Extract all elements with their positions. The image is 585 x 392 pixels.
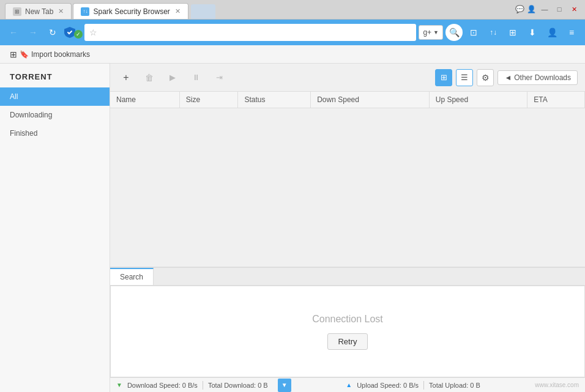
download-button[interactable]: ⬇	[524, 24, 541, 41]
close-button[interactable]: ✕	[568, 3, 580, 15]
status-bar: ▼ Download Speed: 0 B/s Total Download: …	[110, 377, 585, 392]
newtab-close[interactable]: ✕	[58, 7, 64, 15]
play-torrent-button[interactable]: ▶	[164, 69, 181, 86]
pause-torrent-button[interactable]: ⏸	[187, 69, 204, 86]
nav-bar: ← → ↻ ✓ ☆ g+ ▼ 🔍 ⊡ ↑↓ ⊞ ⬇ 👤 ≡	[0, 20, 585, 45]
torrent-table-container: Name Size Status Down Speed Up Speed ETA	[110, 92, 585, 267]
refresh-button[interactable]: ↻	[44, 24, 61, 41]
google-button[interactable]: g+ ▼	[419, 25, 443, 40]
sidebar-item-all[interactable]: All	[0, 87, 110, 106]
other-downloads-button[interactable]: ◄ Other Downloads	[497, 70, 578, 85]
settings-button[interactable]: ⚙	[477, 69, 494, 86]
sidebar-finished-label: Finished	[10, 129, 37, 138]
bookmarks-bar: ⊞ 🔖 Import bookmarks	[0, 45, 585, 64]
spark-tab-label: Spark Security Browser	[93, 7, 170, 16]
upload-speed-item: Upload Speed: 0 B/s	[352, 382, 423, 389]
sidebar-item-finished[interactable]: Finished	[0, 124, 110, 142]
torrent-table: Name Size Status Down Speed Up Speed ETA	[110, 92, 585, 108]
forward-button[interactable]: →	[24, 24, 42, 41]
apps-icon: ⊞	[10, 50, 17, 59]
down-arrow-icon: ▼	[116, 382, 122, 388]
detail-view-button[interactable]: ☰	[456, 69, 473, 86]
bookmark-icon: 🔖	[20, 50, 29, 59]
chat-icon: 💬	[515, 5, 524, 13]
torrent-toolbar: + 🗑 ▶ ⏸ ⇥ ⊞ ☰ ⚙ ◄ Other Downloads	[110, 64, 585, 92]
total-download-label: Total Download: 0 B	[208, 382, 268, 389]
newtab-icon: ⊞	[13, 7, 21, 16]
sidebar-title: TORRENT	[0, 64, 110, 87]
shield-badge: ✓	[64, 24, 82, 41]
google-label: g+	[423, 28, 431, 37]
watermark: www.xitase.com	[535, 382, 579, 388]
toolbar-right: ⊞ ☰ ⚙ ◄ Other Downloads	[435, 69, 578, 86]
other-downloads-arrow: ◄	[504, 73, 512, 82]
search-tabs: Search	[110, 268, 585, 286]
connection-lost-area: Connection Lost Retry	[110, 286, 585, 377]
spark-tab-icon: ↑↓	[81, 7, 89, 16]
status-right: ▲ Upload Speed: 0 B/s Total Upload: 0 B	[346, 381, 485, 390]
import-bookmarks-label: Import bookmarks	[31, 50, 90, 59]
download-speed-item: Download Speed: 0 B/s	[122, 382, 203, 389]
download-speed-label: Download Speed: 0 B/s	[127, 382, 198, 389]
star-icon[interactable]: ☆	[89, 28, 97, 37]
nav-right-icons: ⊡ ↑↓ ⊞ ⬇ 👤 ≡	[465, 24, 580, 41]
google-dropdown-icon: ▼	[433, 29, 439, 35]
col-eta[interactable]: ETA	[527, 92, 585, 108]
upload-speed-label: Upload Speed: 0 B/s	[357, 382, 419, 389]
add-torrent-button[interactable]: +	[117, 69, 135, 86]
cast-button[interactable]: ⊡	[465, 24, 482, 41]
move-torrent-button[interactable]: ⇥	[211, 69, 228, 86]
maximize-button[interactable]: □	[553, 3, 565, 15]
retry-button[interactable]: Retry	[327, 333, 367, 350]
sidebar: TORRENT All Downloading Finished	[0, 64, 110, 392]
col-name[interactable]: Name	[110, 92, 179, 108]
minimize-button[interactable]: —	[538, 3, 551, 15]
list-view-button[interactable]: ⊞	[435, 69, 452, 86]
tab-newtab[interactable]: ⊞ New Tab ✕	[5, 3, 72, 19]
search-tab-label: Search	[120, 273, 143, 281]
newtab-label: New Tab	[25, 7, 53, 16]
col-status[interactable]: Status	[238, 92, 311, 108]
account-button[interactable]: 👤	[543, 24, 561, 41]
right-panel: + 🗑 ▶ ⏸ ⇥ ⊞ ☰ ⚙ ◄ Other Downloads Name	[110, 64, 585, 392]
import-bookmarks-item[interactable]: ⊞ 🔖 Import bookmarks	[5, 48, 95, 61]
total-upload-item: Total Upload: 0 B	[424, 382, 485, 389]
torrent-nav-button[interactable]: ↑↓	[485, 24, 502, 41]
screen-button[interactable]: ⊞	[504, 24, 521, 41]
search-tab[interactable]: Search	[110, 268, 154, 285]
delete-torrent-button[interactable]: 🗑	[141, 69, 158, 86]
search-nav-button[interactable]: 🔍	[445, 24, 463, 41]
connection-lost-text: Connection Lost	[312, 314, 383, 325]
col-down-speed[interactable]: Down Speed	[311, 92, 430, 108]
total-download-item: Total Download: 0 B	[203, 382, 273, 389]
back-button[interactable]: ←	[5, 24, 22, 41]
main-content: TORRENT All Downloading Finished + 🗑 ▶ ⏸…	[0, 64, 585, 392]
scroll-down-button[interactable]: ▼	[278, 379, 291, 392]
menu-button[interactable]: ≡	[563, 24, 580, 41]
window-controls: 💬 👤 — □ ✕	[515, 3, 580, 19]
check-badge: ✓	[74, 30, 83, 39]
up-arrow-icon: ▲	[346, 382, 352, 388]
sidebar-item-downloading[interactable]: Downloading	[0, 106, 110, 124]
user-icon: 👤	[527, 5, 536, 13]
sidebar-downloading-label: Downloading	[10, 111, 52, 119]
spark-close[interactable]: ✕	[175, 7, 181, 15]
total-upload-label: Total Upload: 0 B	[429, 382, 480, 389]
tab-spark[interactable]: ↑↓ Spark Security Browser ✕	[73, 3, 188, 19]
col-up-speed[interactable]: Up Speed	[429, 92, 527, 108]
other-downloads-label: Other Downloads	[514, 73, 571, 82]
title-bar: ⊞ New Tab ✕ ↑↓ Spark Security Browser ✕ …	[0, 0, 585, 20]
search-panel: Search Connection Lost Retry	[110, 267, 585, 377]
new-tab-placeholder[interactable]	[191, 4, 215, 19]
col-size[interactable]: Size	[179, 92, 238, 108]
address-bar[interactable]: ☆	[84, 24, 416, 41]
sidebar-all-label: All	[10, 92, 18, 101]
